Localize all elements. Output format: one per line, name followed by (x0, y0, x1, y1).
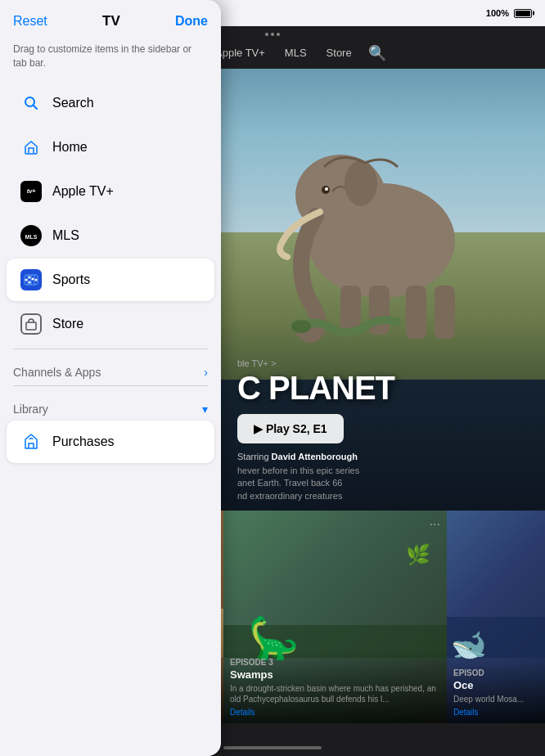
sidebar-item-sports[interactable]: Sports (7, 259, 214, 301)
episode-card-2[interactable]: 🦕 🌿 ··· EPISODE 3 Swamps In a drought-st… (223, 511, 447, 723)
svg-point-20 (29, 276, 31, 278)
sidebar-item-appletv[interactable]: tv+ Apple TV+ (7, 170, 214, 213)
sidebar: Reset TV Done Drag to customize items in… (0, 0, 221, 756)
tab-mls[interactable]: MLS (277, 43, 315, 62)
svg-point-22 (32, 277, 34, 280)
episode-card-3[interactable]: 🐋 EPISOD Oce Deep world Mosa... Details (447, 511, 545, 723)
svg-rect-3 (369, 286, 390, 335)
hero-starring: Starring David Attenborough (237, 452, 529, 461)
status-indicators: 100% (486, 8, 532, 18)
sidebar-divider-1 (13, 349, 208, 349)
episode-more-2[interactable]: ··· (430, 517, 440, 532)
channels-section-label: Channels & Apps (13, 366, 101, 379)
purchases-icon (20, 430, 43, 453)
sports-icon (20, 268, 43, 291)
svg-line-11 (34, 105, 38, 109)
appletv-icon: tv+ (20, 180, 43, 203)
store-icon (20, 313, 43, 335)
episode-title-2: Swamps (230, 668, 440, 681)
svg-point-21 (29, 281, 31, 283)
svg-point-7 (325, 187, 328, 191)
nav-search-icon[interactable]: 🔍 (368, 44, 386, 62)
episode-info-2: EPISODE 3 Swamps In a drought-stricken b… (223, 651, 447, 723)
sidebar-label-mls: MLS (52, 228, 79, 243)
sidebar-label-appletv: Apple TV+ (52, 184, 114, 199)
sidebar-label-purchases: Purchases (52, 434, 115, 449)
mls-icon: MLS (20, 224, 43, 247)
episode-label-3: EPISOD (453, 668, 538, 677)
sidebar-item-mls[interactable]: MLS MLS (7, 214, 214, 257)
sidebar-divider-2 (13, 385, 208, 386)
sidebar-item-search[interactable]: Search (7, 82, 214, 124)
battery-fill (516, 11, 530, 16)
svg-point-9 (291, 320, 311, 333)
sidebar-label-search: Search (52, 96, 94, 110)
battery-icon (514, 9, 532, 18)
episode-label-2: EPISODE 3 (230, 658, 440, 667)
episode-details-2[interactable]: Details (230, 708, 440, 717)
sidebar-label-home: Home (52, 140, 88, 155)
sidebar-item-home[interactable]: Home (7, 126, 214, 169)
sidebar-item-purchases[interactable]: Purchases (7, 421, 214, 463)
mammoth-image (234, 77, 496, 355)
library-chevron-icon: ▾ (202, 403, 208, 416)
sidebar-item-store[interactable]: Store (7, 303, 214, 345)
sidebar-section-channels[interactable]: Channels & Apps › (0, 353, 221, 382)
nav-drag-handle (265, 33, 280, 36)
episode-desc-3: Deep world Mosa... (453, 694, 538, 704)
search-icon (20, 92, 43, 115)
library-section-label: Library (13, 403, 48, 416)
tab-store[interactable]: Store (318, 43, 360, 62)
svg-text:MLS: MLS (25, 234, 38, 240)
svg-rect-5 (435, 286, 455, 339)
hero-starring-name: David Attenborough (272, 452, 358, 461)
play-button[interactable]: ▶ Play S2, E1 (237, 414, 344, 443)
svg-point-19 (25, 278, 28, 281)
home-indicator (223, 746, 322, 749)
home-icon (20, 136, 43, 159)
sidebar-header: Reset TV Done (0, 0, 221, 36)
episode-title-3: Oce (453, 679, 538, 691)
hero-provider[interactable]: ble TV+ > (237, 358, 529, 368)
battery-percent: 100% (486, 8, 509, 18)
svg-point-23 (35, 278, 38, 281)
hero-content: ble TV+ > C PLANET ▶ Play S2, E1 Starrin… (221, 358, 545, 461)
svg-rect-24 (26, 322, 36, 330)
sidebar-label-sports: Sports (52, 272, 90, 287)
done-button[interactable]: Done (175, 14, 208, 29)
sidebar-section-library[interactable]: Library ▾ (0, 389, 221, 419)
sidebar-title: TV (102, 13, 120, 29)
hero-description: hever before in this epic series anet Ea… (221, 465, 545, 502)
sidebar-label-store: Store (52, 317, 83, 331)
svg-point-8 (345, 160, 377, 206)
reset-button[interactable]: Reset (13, 14, 47, 29)
episode-desc-2: In a drought-stricken basin where much h… (230, 683, 440, 704)
episode-info-3: EPISOD Oce Deep world Mosa... Details (447, 662, 545, 723)
channels-chevron-icon: › (204, 366, 208, 379)
hero-title: C PLANET (237, 371, 529, 404)
episode-details-3[interactable]: Details (453, 708, 538, 717)
svg-rect-4 (406, 286, 426, 339)
sidebar-hint: Drag to customize items in the sidebar o… (0, 36, 221, 80)
